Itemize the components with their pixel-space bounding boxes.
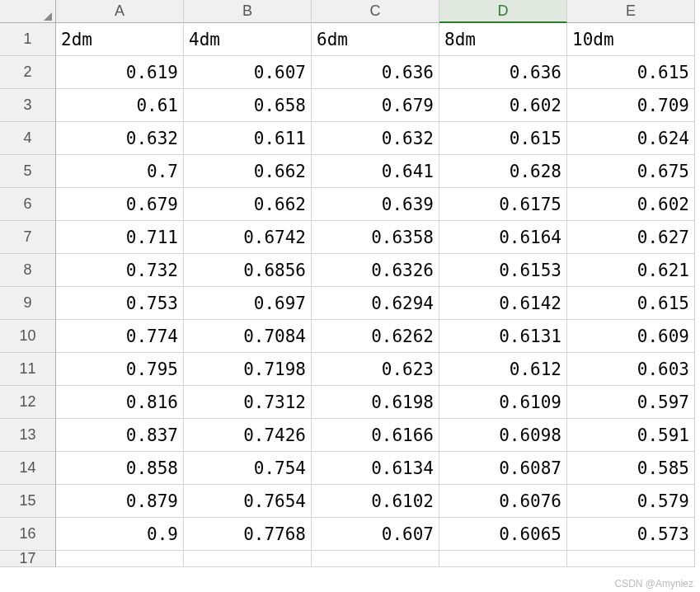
row-header-11[interactable]: 11 (0, 353, 56, 386)
cell-A10[interactable]: 0.774 (56, 320, 184, 353)
cell-E12[interactable]: 0.597 (567, 386, 695, 419)
cell-D10[interactable]: 0.6131 (439, 320, 567, 353)
cell-E5[interactable]: 0.675 (567, 155, 695, 188)
row-header-17[interactable]: 17 (0, 551, 56, 567)
cell-A16[interactable]: 0.9 (56, 518, 184, 551)
cell-C13[interactable]: 0.6166 (312, 419, 439, 452)
cell-A3[interactable]: 0.61 (56, 89, 184, 122)
row-header-3[interactable]: 3 (0, 89, 56, 122)
cell-E4[interactable]: 0.624 (567, 122, 695, 155)
cell-B4[interactable]: 0.611 (184, 122, 312, 155)
row-header-14[interactable]: 14 (0, 452, 56, 485)
cell-A9[interactable]: 0.753 (56, 287, 184, 320)
cell-C1[interactable]: 6dm (312, 23, 439, 56)
cell-D14[interactable]: 0.6087 (439, 452, 567, 485)
cell-D9[interactable]: 0.6142 (439, 287, 567, 320)
cell-E6[interactable]: 0.602 (567, 188, 695, 221)
cell-C14[interactable]: 0.6134 (312, 452, 439, 485)
cell-C4[interactable]: 0.632 (312, 122, 439, 155)
cell-B15[interactable]: 0.7654 (184, 485, 312, 518)
cell-E2[interactable]: 0.615 (567, 56, 695, 89)
row-header-7[interactable]: 7 (0, 221, 56, 254)
cell-C3[interactable]: 0.679 (312, 89, 439, 122)
cell-D3[interactable]: 0.602 (439, 89, 567, 122)
cell-E9[interactable]: 0.615 (567, 287, 695, 320)
row-header-12[interactable]: 12 (0, 386, 56, 419)
cell-B11[interactable]: 0.7198 (184, 353, 312, 386)
cell-A14[interactable]: 0.858 (56, 452, 184, 485)
cell-E17[interactable] (567, 551, 695, 567)
cell-B7[interactable]: 0.6742 (184, 221, 312, 254)
cell-D7[interactable]: 0.6164 (439, 221, 567, 254)
cell-E8[interactable]: 0.621 (567, 254, 695, 287)
cell-C6[interactable]: 0.639 (312, 188, 439, 221)
column-header-E[interactable]: E (567, 0, 695, 23)
cell-C11[interactable]: 0.623 (312, 353, 439, 386)
cell-B10[interactable]: 0.7084 (184, 320, 312, 353)
row-header-10[interactable]: 10 (0, 320, 56, 353)
row-header-6[interactable]: 6 (0, 188, 56, 221)
cell-B12[interactable]: 0.7312 (184, 386, 312, 419)
cell-D11[interactable]: 0.612 (439, 353, 567, 386)
cell-D4[interactable]: 0.615 (439, 122, 567, 155)
cell-E1[interactable]: 10dm (567, 23, 695, 56)
cell-B3[interactable]: 0.658 (184, 89, 312, 122)
row-header-1[interactable]: 1 (0, 23, 56, 56)
cell-A17[interactable] (56, 551, 184, 567)
cell-A5[interactable]: 0.7 (56, 155, 184, 188)
cell-E11[interactable]: 0.603 (567, 353, 695, 386)
cell-D5[interactable]: 0.628 (439, 155, 567, 188)
cell-E7[interactable]: 0.627 (567, 221, 695, 254)
row-header-4[interactable]: 4 (0, 122, 56, 155)
cell-D15[interactable]: 0.6076 (439, 485, 567, 518)
row-header-5[interactable]: 5 (0, 155, 56, 188)
row-header-2[interactable]: 2 (0, 56, 56, 89)
cell-B2[interactable]: 0.607 (184, 56, 312, 89)
row-header-13[interactable]: 13 (0, 419, 56, 452)
cell-E14[interactable]: 0.585 (567, 452, 695, 485)
row-header-16[interactable]: 16 (0, 518, 56, 551)
cell-B1[interactable]: 4dm (184, 23, 312, 56)
row-header-9[interactable]: 9 (0, 287, 56, 320)
cell-A15[interactable]: 0.879 (56, 485, 184, 518)
cell-B16[interactable]: 0.7768 (184, 518, 312, 551)
cell-C7[interactable]: 0.6358 (312, 221, 439, 254)
cell-C8[interactable]: 0.6326 (312, 254, 439, 287)
cell-A4[interactable]: 0.632 (56, 122, 184, 155)
cell-B6[interactable]: 0.662 (184, 188, 312, 221)
cell-B17[interactable] (184, 551, 312, 567)
cell-C5[interactable]: 0.641 (312, 155, 439, 188)
cell-B8[interactable]: 0.6856 (184, 254, 312, 287)
cell-D8[interactable]: 0.6153 (439, 254, 567, 287)
cell-D6[interactable]: 0.6175 (439, 188, 567, 221)
cell-D1[interactable]: 8dm (439, 23, 567, 56)
cell-D16[interactable]: 0.6065 (439, 518, 567, 551)
cell-A1[interactable]: 2dm (56, 23, 184, 56)
cell-C12[interactable]: 0.6198 (312, 386, 439, 419)
cell-E3[interactable]: 0.709 (567, 89, 695, 122)
cell-A7[interactable]: 0.711 (56, 221, 184, 254)
cell-B14[interactable]: 0.754 (184, 452, 312, 485)
column-header-A[interactable]: A (56, 0, 184, 23)
cell-E15[interactable]: 0.579 (567, 485, 695, 518)
column-header-B[interactable]: B (184, 0, 312, 23)
cell-B9[interactable]: 0.697 (184, 287, 312, 320)
cell-E16[interactable]: 0.573 (567, 518, 695, 551)
row-header-8[interactable]: 8 (0, 254, 56, 287)
cell-C15[interactable]: 0.6102 (312, 485, 439, 518)
cell-E13[interactable]: 0.591 (567, 419, 695, 452)
cell-C9[interactable]: 0.6294 (312, 287, 439, 320)
cell-A11[interactable]: 0.795 (56, 353, 184, 386)
cell-A8[interactable]: 0.732 (56, 254, 184, 287)
cell-C16[interactable]: 0.607 (312, 518, 439, 551)
column-header-C[interactable]: C (312, 0, 439, 23)
cell-D17[interactable] (439, 551, 567, 567)
cell-B13[interactable]: 0.7426 (184, 419, 312, 452)
cell-D2[interactable]: 0.636 (439, 56, 567, 89)
cell-E10[interactable]: 0.609 (567, 320, 695, 353)
column-header-D[interactable]: D (439, 0, 567, 23)
cell-D13[interactable]: 0.6098 (439, 419, 567, 452)
cell-D12[interactable]: 0.6109 (439, 386, 567, 419)
cell-A6[interactable]: 0.679 (56, 188, 184, 221)
cell-A12[interactable]: 0.816 (56, 386, 184, 419)
